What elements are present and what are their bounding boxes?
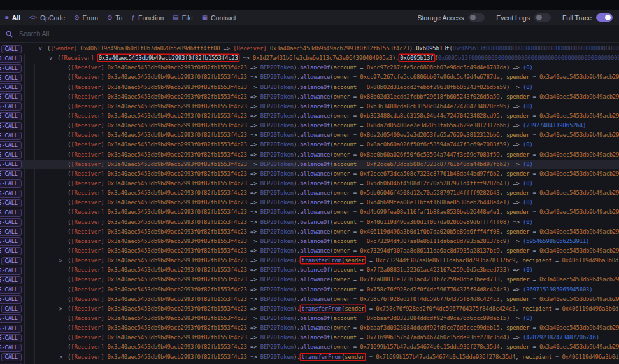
trace-row[interactable]: S-CALL([Receiver] 0x3a40aec5453db9b49acb… xyxy=(0,314,619,323)
trace-token: spender xyxy=(506,296,530,302)
trace-token: (0) xyxy=(523,64,533,71)
trace-row[interactable]: S-CALL([Receiver] 0x3a40aec5453db9b49acb… xyxy=(0,323,619,333)
trace-token: 0x3a40aec5453db9b49acb2993f0f82fb1553f4c… xyxy=(104,113,246,119)
trace-token: 0x3a40aec5453db9b49acb2993f0f82fb1553f4c… xyxy=(104,122,246,129)
trace-row[interactable]: S-CALL([Receiver] 0x3a40aec5453db9b49acb… xyxy=(0,246,619,256)
trace-token: 0x3a40aec5453db9b49acb2993f0f82fb1553f4c… xyxy=(104,171,246,177)
trace-row[interactable]: S-CALL([Receiver] 0x3a40aec5453db9b49acb… xyxy=(0,198,619,207)
trace-token: [Receiver] xyxy=(71,171,104,177)
trace-row[interactable]: S-CALL([Receiver] 0x3a40aec5453db9b49acb… xyxy=(0,207,619,217)
trace-token: account xyxy=(334,315,357,321)
trace-token: sender xyxy=(345,257,364,263)
trace-token: (23927484119865264) xyxy=(523,122,586,129)
toggle-full-trace: Full Trace xyxy=(562,13,613,22)
trace-token: account xyxy=(334,199,357,206)
trace-token: 0x3a40aec5453db9b49acb2993f0f82fb1553f4c… xyxy=(539,132,619,138)
trace-token: [Receiver] xyxy=(71,132,104,138)
trace-token: account xyxy=(334,238,357,244)
trace-row[interactable]: S-CALL([Receiver] 0x3a40aec5453db9b49acb… xyxy=(0,179,619,188)
trace-row[interactable]: D-CALL∨([Receiver] 0x3a40aec5453db9b49ac… xyxy=(0,53,619,63)
trace-token: 0x71699b157b47ada54674b0c15dde936f278c35… xyxy=(360,344,499,350)
trace-token: owner xyxy=(334,276,350,283)
trace-row[interactable]: CALL>([Receiver] 0x3a40aec5453db9b49acb2… xyxy=(0,353,619,362)
toggle-switch[interactable] xyxy=(468,13,485,22)
trace-row[interactable]: S-CALL([Receiver] 0x3a40aec5453db9b49acb… xyxy=(0,83,619,92)
trace-token: owner xyxy=(334,228,350,235)
trace-token: (0) xyxy=(523,84,533,90)
trace-token: = xyxy=(529,248,539,254)
trace-row[interactable]: S-CALL([Receiver] 0x3a40aec5453db9b49acb… xyxy=(0,130,619,140)
trace-row[interactable]: S-CALL([Receiver] 0x3a40aec5453db9b49acb… xyxy=(0,285,619,295)
tab-function[interactable]: ƒFunction xyxy=(131,14,164,22)
trace-row[interactable]: S-CALL([Receiver] 0x3a40aec5453db9b49acb… xyxy=(0,111,619,121)
trace-token: = xyxy=(357,286,367,293)
trace-token: BEP20Token xyxy=(260,132,294,138)
trace-token: ). xyxy=(294,151,300,158)
trace-token: 0x3a40aec5453db9b49acb2993f0f82fb1553f4c… xyxy=(104,103,246,109)
trace-token: (0) xyxy=(523,180,533,186)
tab-opcode[interactable]: <>OpCode xyxy=(29,14,65,22)
trace-token: 0xf2cce673dca508c7323c87761b48da44bd97f6… xyxy=(367,161,506,167)
trace-token: [Receiver] xyxy=(71,267,104,273)
trace-token: ) xyxy=(506,238,513,244)
trace-row[interactable]: S-CALL([Receiver] 0x3a40aec5453db9b49acb… xyxy=(0,73,619,82)
trace-token: => xyxy=(247,248,260,254)
trace-token: , xyxy=(499,113,506,119)
trace-row[interactable]: S-CALL([Receiver] 0x3a40aec5453db9b49acb… xyxy=(0,227,619,237)
trace-row[interactable]: CALL∨([Sender] 0x406119d496a3b0d1f0b7da0… xyxy=(0,44,619,53)
tab-contract[interactable]: ▦Contract xyxy=(202,14,236,22)
trace-token: 0x758c76f928ed2f0f4dc5967764375f84d8c424… xyxy=(376,305,515,312)
trace-row[interactable]: S-CALL([Receiver] 0x3a40aec5453db9b49acb… xyxy=(0,160,619,169)
trace-token: 0x3a40aec5453db9b49acb2993f0f82fb1553f4c… xyxy=(104,228,246,235)
trace-token: spender xyxy=(506,190,530,196)
trace-token: ). xyxy=(294,248,300,254)
search-input[interactable] xyxy=(18,29,275,38)
trace-token: , xyxy=(499,94,506,100)
trace-row[interactable]: S-CALL([Receiver] 0x3a40aec5453db9b49acb… xyxy=(0,121,619,130)
tab-to[interactable]: ⊙To xyxy=(107,14,122,22)
trace-token: = xyxy=(552,305,562,312)
trace-token: 0x406119d496a3b0d1f0b7da020b5e89d6fff4ff… xyxy=(360,228,499,235)
trace-row[interactable]: S-CALL([Receiver] 0x3a40aec5453db9b49acb… xyxy=(0,333,619,342)
trace-token: 0x71699b157b47ada54674b0c15dde936f278c35… xyxy=(376,354,515,360)
trace-row[interactable]: S-CALL([Receiver] 0x3a40aec5453db9b49acb… xyxy=(0,362,619,364)
trace-token: owner xyxy=(334,209,350,215)
trace-token: allowance xyxy=(300,132,330,138)
toggle-switch[interactable] xyxy=(596,13,613,22)
trace-row[interactable]: CALL>([Receiver] 0x3a40aec5453db9b49acb2… xyxy=(0,304,619,314)
trace-row[interactable]: S-CALL([Receiver] 0x3a40aec5453db9b49acb… xyxy=(0,295,619,304)
trace-row-text: ([Receiver] 0x3a40aec5453db9b49acb2993f0… xyxy=(0,333,619,342)
trace-token: owner xyxy=(334,171,350,177)
toggle-label: Full Trace xyxy=(562,14,592,22)
trace-row[interactable]: S-CALL([Receiver] 0x3a40aec5453db9b49acb… xyxy=(0,237,619,246)
trace-row[interactable]: S-CALL([Receiver] 0x3a40aec5453db9b49acb… xyxy=(0,275,619,284)
trace-token: [Receiver] xyxy=(71,276,104,283)
trace-row[interactable]: S-CALL([Receiver] 0x3a40aec5453db9b49acb… xyxy=(0,342,619,352)
trace-row[interactable]: CALL>([Receiver] 0x3a40aec5453db9b49acb2… xyxy=(0,256,619,265)
trace-token: balanceOf xyxy=(300,334,330,340)
trace-token: => xyxy=(247,141,260,148)
tab-file[interactable]: ▤File xyxy=(173,14,192,22)
trace-row[interactable]: S-CALL([Receiver] 0x3a40aec5453db9b49acb… xyxy=(0,150,619,160)
trace-row[interactable]: S-CALL([Receiver] 0x3a40aec5453db9b49acb… xyxy=(0,140,619,150)
trace-token: => xyxy=(247,161,260,167)
toggle-switch[interactable] xyxy=(534,13,551,22)
trace-row[interactable]: S-CALL([Receiver] 0x3a40aec5453db9b49acb… xyxy=(0,102,619,111)
trace-token: BEP20Token xyxy=(260,199,294,206)
trace-token: , xyxy=(499,228,506,235)
trace-token: spender xyxy=(506,228,530,235)
trace-token: 0x3a40aec5453db9b49acb2993f0f82fb1553f4c… xyxy=(539,171,619,177)
trace-row[interactable]: S-CALL([Receiver] 0x3a40aec5453db9b49acb… xyxy=(0,218,619,227)
trace-row[interactable]: S-CALL([Receiver] 0x3a40aec5453db9b49acb… xyxy=(0,188,619,198)
trace-token: = xyxy=(529,209,539,215)
trace-row[interactable]: S-CALL([Receiver] 0x3a40aec5453db9b49acb… xyxy=(0,169,619,179)
trace-row[interactable]: S-CALL([Receiver] 0x3a40aec5453db9b49acb… xyxy=(0,63,619,73)
trace-token: BEP20Token xyxy=(260,228,294,235)
tab-all[interactable]: ≡All xyxy=(5,14,20,22)
trace-row[interactable]: S-CALL([Receiver] 0x3a40aec5453db9b49acb… xyxy=(0,265,619,275)
trace-token: BEP20Token xyxy=(260,209,294,215)
trace-row[interactable]: S-CALL([Receiver] 0x3a40aec5453db9b49acb… xyxy=(0,92,619,102)
trace-token: BEP20Token xyxy=(260,238,294,244)
tab-from[interactable]: ⊙From xyxy=(74,14,98,22)
trace-token: 0x5db06046f4508d12c70a5287971d4ffff92826… xyxy=(360,190,499,196)
